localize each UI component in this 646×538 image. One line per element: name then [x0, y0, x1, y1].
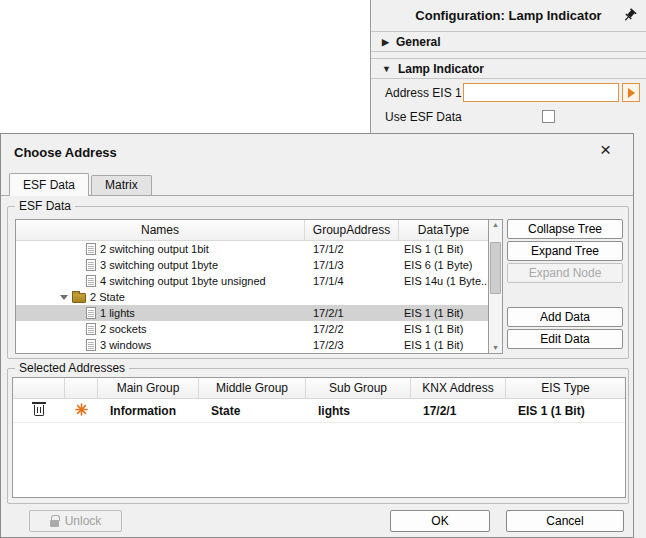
tree-row-item[interactable]: 1 lights17/2/1EIS 1 (1 Bit): [16, 305, 488, 321]
unlock-button[interactable]: Unlock: [29, 510, 122, 532]
tree-item-name: 2 sockets: [100, 323, 146, 335]
scroll-up-icon[interactable]: ▲: [489, 220, 502, 230]
use-esf-data-label: Use ESF Data: [385, 107, 462, 127]
close-icon[interactable]: ×: [600, 139, 611, 161]
document-icon: [86, 323, 96, 335]
add-data-button[interactable]: Add Data: [507, 307, 623, 327]
indent-spacer: [16, 329, 86, 330]
column-header-groupaddress[interactable]: GroupAddress: [305, 220, 399, 240]
pushpin-icon[interactable]: [622, 8, 637, 23]
cell-group-address: 17/1/4: [305, 273, 399, 289]
cell-name: 2 State: [16, 289, 305, 305]
section-header-lamp-indicator[interactable]: ▼ Lamp Indicator: [371, 58, 646, 79]
address-eis1-row: Address EIS 1: [371, 83, 646, 103]
tree-row-item[interactable]: 3 windows17/2/3EIS 1 (1 Bit): [16, 337, 488, 353]
tab-bar: ESF Data Matrix: [1, 173, 633, 196]
use-esf-data-checkbox[interactable]: [542, 110, 555, 123]
tree-scrollbar[interactable]: ▲ ▼: [488, 219, 503, 354]
tab-matrix[interactable]: Matrix: [91, 175, 152, 195]
cell-data-type: EIS 6 (1 Byte): [399, 257, 488, 273]
expander-down-icon[interactable]: [60, 295, 68, 300]
tree-row-folder[interactable]: 2 State: [16, 289, 488, 305]
lamp-icon: [75, 403, 88, 419]
tree-row-item[interactable]: 2 sockets17/2/2EIS 1 (1 Bit): [16, 321, 488, 337]
indent-spacer: [16, 313, 86, 314]
section-lamp-indicator-label: Lamp Indicator: [398, 62, 484, 76]
indent-spacer: [16, 297, 60, 298]
selected-col-header-icon-1[interactable]: [65, 378, 98, 398]
tree-row-item[interactable]: 2 switching output 1bit17/1/2EIS 1 (1 Bi…: [16, 241, 488, 257]
ok-button[interactable]: OK: [390, 510, 490, 532]
selected-col-header-main-group[interactable]: Main Group: [98, 378, 199, 398]
edit-data-button[interactable]: Edit Data: [507, 329, 623, 349]
cell-group-address: 17/2/2: [305, 321, 399, 337]
selected-addresses-groupbox: Selected Addresses Main GroupMiddle Grou…: [7, 368, 629, 504]
config-panel-titlebar: Configuration: Lamp Indicator: [371, 0, 646, 31]
esf-data-tree: Names GroupAddress DataType 2 switching …: [15, 219, 489, 354]
folder-icon: [72, 293, 86, 303]
tree-header: Names GroupAddress DataType: [16, 220, 488, 241]
unlock-button-label: Unlock: [65, 514, 102, 528]
tree-item-name: 2 switching output 1bit: [100, 243, 209, 255]
cell-data-type: EIS 14u (1 Byte...: [399, 273, 488, 289]
selected-col-header-icon-0[interactable]: [13, 378, 65, 398]
cell-data-type: [399, 289, 488, 305]
cell-data-type: EIS 1 (1 Bit): [399, 305, 488, 321]
column-header-datatype[interactable]: DataType: [399, 220, 488, 240]
tree-item-name: 1 lights: [100, 307, 135, 319]
esf-data-groupbox: ESF Data Names GroupAddress DataType 2 s…: [7, 206, 629, 359]
selected-col-header-eis-type[interactable]: EIS Type: [506, 378, 625, 398]
column-header-names[interactable]: Names: [16, 220, 305, 240]
trash-icon[interactable]: [34, 405, 44, 416]
cell-data-type: EIS 1 (1 Bit): [399, 337, 488, 353]
tree-body: 2 switching output 1bit17/1/2EIS 1 (1 Bi…: [16, 241, 488, 353]
scroll-down-icon[interactable]: ▼: [489, 343, 502, 353]
tree-item-name: 2 State: [90, 291, 125, 303]
cancel-button[interactable]: Cancel: [506, 510, 624, 532]
chevron-right-icon: ▶: [382, 37, 389, 47]
address-eis1-input[interactable]: [463, 83, 619, 102]
document-icon: [86, 339, 96, 351]
collapse-tree-button[interactable]: Collapse Tree: [507, 219, 623, 239]
selected-col-header-knx-address[interactable]: KNX Address: [411, 378, 506, 398]
indent-spacer: [16, 249, 86, 250]
scrollbar-thumb[interactable]: [490, 242, 501, 294]
tree-row-item[interactable]: 3 switching output 1byte17/1/3EIS 6 (1 B…: [16, 257, 488, 273]
tree-item-name: 4 switching output 1byte unsigned: [100, 275, 266, 287]
indent-spacer: [16, 345, 86, 346]
cell-sub-group: lights: [306, 399, 411, 423]
chevron-down-icon: ▼: [382, 64, 391, 74]
selected-addresses-group-label: Selected Addresses: [15, 361, 129, 375]
esf-data-group-label: ESF Data: [15, 199, 75, 213]
section-header-general[interactable]: ▶ General: [371, 31, 646, 52]
selected-address-row[interactable]: InformationStatelights17/2/1EIS 1 (1 Bit…: [13, 399, 625, 423]
address-picker-button[interactable]: [622, 83, 640, 102]
section-general-label: General: [396, 35, 441, 49]
expand-node-button[interactable]: Expand Node: [507, 263, 623, 283]
selected-addresses-body: InformationStatelights17/2/1EIS 1 (1 Bit…: [13, 399, 625, 423]
cell-data-type: EIS 1 (1 Bit): [399, 241, 488, 257]
indent-spacer: [16, 265, 86, 266]
dialog-title: Choose Address: [14, 145, 117, 160]
cell-knx-address: 17/2/1: [411, 399, 506, 423]
cell-group-address: 17/1/2: [305, 241, 399, 257]
expand-tree-button[interactable]: Expand Tree: [507, 241, 623, 261]
pushpin-icon-glyph: [622, 8, 637, 23]
cell-name: 3 switching output 1byte: [16, 257, 305, 273]
selected-col-header-sub-group[interactable]: Sub Group: [306, 378, 411, 398]
selected-col-header-middle-group[interactable]: Middle Group: [199, 378, 306, 398]
use-esf-data-row: Use ESF Data: [371, 107, 646, 127]
cell-name: 1 lights: [16, 305, 305, 321]
cell-group-address: 17/2/1: [305, 305, 399, 321]
arrow-right-icon: [628, 88, 635, 98]
tab-esf-data[interactable]: ESF Data: [9, 173, 89, 196]
cell-name: 2 sockets: [16, 321, 305, 337]
cell-data-type: EIS 1 (1 Bit): [399, 321, 488, 337]
cell-eis-type: EIS 1 (1 Bit): [506, 399, 625, 423]
tree-item-name: 3 windows: [100, 339, 151, 351]
selected-addresses-table: Main GroupMiddle GroupSub GroupKNX Addre…: [12, 377, 626, 498]
tree-row-item[interactable]: 4 switching output 1byte unsigned17/1/4E…: [16, 273, 488, 289]
tree-item-name: 3 switching output 1byte: [100, 259, 218, 271]
cell-delete: [13, 399, 65, 423]
cell-type-icon: [65, 399, 98, 423]
